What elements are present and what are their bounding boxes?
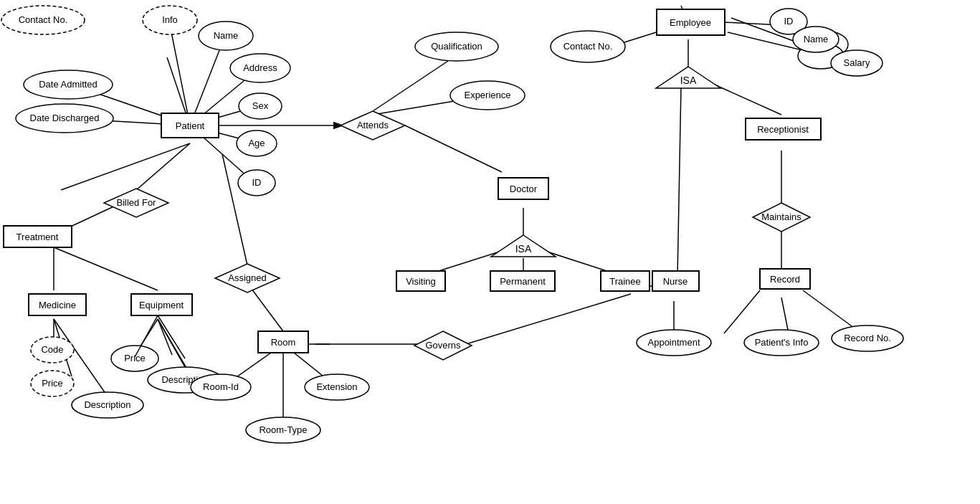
svg-line-22 (466, 294, 631, 344)
medicine-description-label: Description (84, 399, 130, 410)
svg-line-12 (61, 143, 190, 190)
svg-line-46 (54, 247, 158, 290)
qualification-label: Qualification (431, 41, 482, 52)
employee-salary-label: Salary (844, 57, 870, 68)
age-label: Age (248, 138, 265, 148)
record-no-label: Record No. (844, 333, 891, 343)
address-label: Address (243, 62, 277, 73)
receptionist-label: Receptionist (757, 124, 809, 135)
patient-label: Patient (176, 120, 205, 131)
visiting-label: Visiting (406, 276, 436, 287)
employee-id-label: ID (784, 16, 794, 27)
room-id-label: Room-Id (203, 381, 239, 392)
employee-label: Employee (670, 17, 711, 28)
assigned-label: Assigned (228, 272, 266, 283)
svg-line-37 (710, 82, 781, 115)
svg-line-23 (405, 125, 502, 172)
name-label: Name (214, 30, 239, 41)
svg-line-38 (677, 86, 681, 276)
svg-line-41 (724, 290, 760, 333)
record-label: Record (770, 274, 800, 285)
equipment-label: Equipment (139, 300, 184, 310)
sex-label: Sex (252, 100, 269, 111)
attends-label: Attends (357, 120, 389, 130)
appointment-label: Appointment (648, 337, 700, 348)
svg-line-43 (803, 290, 857, 330)
nurse-label: Nurse (663, 276, 688, 287)
doctor-isa-label: ISA (515, 243, 532, 255)
emp-name-label: Name (804, 34, 829, 44)
trainee-label: Trainee (609, 276, 641, 287)
billed-for-label: Billed For (117, 197, 157, 208)
employee-isa-label: ISA (680, 75, 697, 86)
svg-line-11 (136, 143, 190, 190)
extension-label: Extension (316, 381, 357, 392)
experience-label: Experience (464, 90, 510, 100)
contact-no-label: Contact No. (19, 14, 68, 25)
medicine-code-label: Code (41, 344, 63, 355)
doctor-label: Doctor (510, 184, 538, 194)
room-label: Room (271, 337, 296, 348)
date-admitted-label: Date Admitted (39, 79, 97, 90)
svg-line-14 (65, 204, 118, 229)
date-discharged-label: Date Discharged (30, 113, 100, 123)
maintains-label: Maintains (761, 211, 801, 222)
patient-id-label: ID (252, 177, 262, 188)
svg-line-42 (781, 298, 789, 333)
permanent-label: Permanent (500, 276, 546, 287)
info-label: Info (162, 14, 178, 25)
medicine-label: Medicine (39, 300, 76, 310)
equipment-price-label: Price (124, 353, 146, 363)
governs-label: Governs (425, 340, 461, 351)
patients-info-label: Patient's Info (755, 337, 809, 348)
svg-line-51 (158, 319, 172, 355)
svg-line-55 (158, 319, 185, 367)
room-type-label: Room-Type (259, 424, 307, 435)
emp-contact-label: Contact No. (563, 41, 613, 52)
medicine-price-label: Price (42, 378, 63, 389)
svg-line-15 (222, 154, 247, 265)
treatment-label: Treatment (16, 232, 59, 242)
